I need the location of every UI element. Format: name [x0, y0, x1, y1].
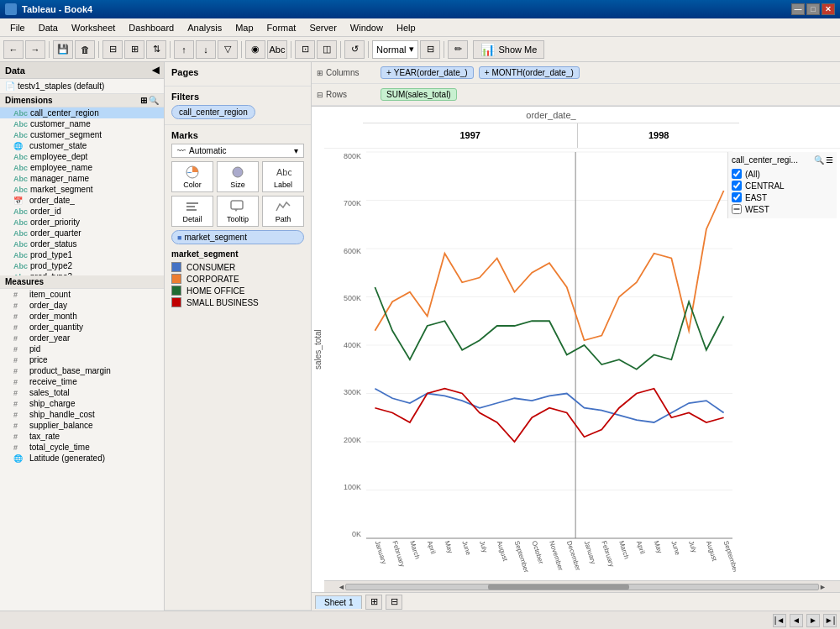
dim-prod-type1[interactable]: Abc prod_type1	[0, 249, 164, 260]
meas-order-day[interactable]: # order_day	[0, 300, 164, 311]
legend-menu-icon[interactable]: ☰	[826, 155, 833, 165]
menu-analysis[interactable]: Analysis	[181, 21, 228, 34]
dim-order-priority[interactable]: Abc order_priority	[0, 217, 164, 228]
delete-button[interactable]: 🗑	[75, 40, 95, 59]
dim-order-status[interactable]: Abc order_status	[0, 238, 164, 249]
swap-button[interactable]: ⇅	[146, 40, 166, 59]
annotate-button[interactable]: ⊡	[295, 40, 315, 59]
legend-west-checkbox[interactable]	[732, 204, 742, 214]
meas-sales-total[interactable]: # sales_total	[0, 387, 164, 398]
dimensions-controls[interactable]: ⊞ 🔍	[140, 96, 159, 105]
menu-format[interactable]: Format	[260, 21, 303, 34]
meas-pid[interactable]: # pid	[0, 343, 164, 354]
meas-product-base-margin[interactable]: # product_base_margin	[0, 365, 164, 376]
dim-order-quarter[interactable]: Abc order_quarter	[0, 228, 164, 238]
data-panel-toggle[interactable]: ◀	[152, 65, 159, 76]
menu-map[interactable]: Map	[228, 21, 260, 34]
legend-east[interactable]: EAST	[732, 191, 833, 203]
marks-label-btn[interactable]: Abc Label	[262, 161, 304, 192]
sort-asc-button[interactable]: ↑	[174, 40, 194, 59]
dim-customer-segment[interactable]: Abc customer_segment	[0, 129, 164, 140]
marks-size-btn[interactable]: Size	[217, 161, 259, 192]
menu-file[interactable]: File	[3, 21, 32, 34]
show-me-button[interactable]: 📊 Show Me	[473, 40, 544, 59]
marks-tooltip-btn[interactable]: Tooltip	[217, 196, 259, 227]
marks-path-btn[interactable]: Path	[262, 196, 304, 227]
fit-dropdown[interactable]: Normal ▾	[372, 40, 418, 59]
dimensions-search-icon[interactable]: 🔍	[149, 96, 159, 105]
dim-customer-name[interactable]: Abc customer_name	[0, 118, 164, 129]
legend-central-checkbox[interactable]	[732, 181, 742, 191]
dim-employee-name[interactable]: Abc employee_name	[0, 162, 164, 173]
columns-pill-year[interactable]: + YEAR(order_date_)	[381, 66, 474, 79]
meas-latitude[interactable]: 🌐 Latitude (generated)	[0, 453, 164, 464]
refresh-button[interactable]: ↺	[344, 40, 365, 59]
nav-next-button[interactable]: ►	[806, 614, 820, 627]
line-chart-canvas[interactable]	[363, 149, 736, 580]
highlight-button[interactable]: ◉	[245, 40, 265, 59]
filter-pill-call-center[interactable]: call_center_region	[171, 105, 255, 119]
legend-controls[interactable]: 🔍 ☰	[814, 155, 833, 165]
close-button[interactable]: ✕	[822, 3, 835, 15]
meas-receive-time[interactable]: # receive_time	[0, 376, 164, 387]
meas-item-count[interactable]: # item_count	[0, 289, 164, 300]
legend-east-checkbox[interactable]	[732, 192, 742, 202]
minimize-button[interactable]: —	[791, 3, 805, 15]
meas-ship-charge[interactable]: # ship_charge	[0, 398, 164, 409]
duplicate-button[interactable]: ⊞	[124, 40, 144, 59]
fit-dropdown-arrow[interactable]: ▾	[409, 44, 414, 55]
dim-order-date[interactable]: 📅 order_date_	[0, 195, 164, 206]
save-button[interactable]: 💾	[53, 40, 73, 59]
marks-color-btn[interactable]: Color	[171, 161, 213, 192]
window-controls[interactable]: — □ ✕	[791, 3, 835, 15]
dim-call-center-region[interactable]: Abc call_center_region	[0, 107, 164, 118]
nav-prev-button[interactable]: ◄	[790, 614, 803, 627]
legend-all-checkbox[interactable]	[732, 169, 742, 179]
columns-pill-month[interactable]: + MONTH(order_date_)	[479, 66, 580, 79]
sort-desc-button[interactable]: ↓	[196, 40, 216, 59]
tooltips-button[interactable]: ◫	[317, 40, 337, 59]
scroll-right-arrow[interactable]: ►	[819, 583, 827, 591]
chart-canvas-container[interactable]: call_center_regi... 🔍 ☰ (All)	[363, 149, 837, 580]
dim-manager-name[interactable]: Abc manager_name	[0, 173, 164, 184]
dim-employee-dept[interactable]: Abc employee_dept	[0, 151, 164, 162]
meas-ship-handle-cost[interactable]: # ship_handle_cost	[0, 409, 164, 420]
scroll-left-arrow[interactable]: ◄	[338, 583, 345, 591]
datasource-row[interactable]: 📄 testv1_staples (default)	[0, 79, 164, 94]
meas-total-cycle-time[interactable]: # total_cycle_time	[0, 442, 164, 453]
legend-all[interactable]: (All)	[732, 168, 833, 180]
menu-dashboard[interactable]: Dashboard	[122, 21, 181, 34]
menu-worksheet[interactable]: Worksheet	[65, 21, 122, 34]
marks-detail-btn[interactable]: Detail	[171, 196, 213, 227]
dim-order-id[interactable]: Abc order_id	[0, 206, 164, 217]
pencil-button[interactable]: ✏	[448, 40, 468, 59]
back-button[interactable]: ←	[3, 40, 24, 59]
chart-scrollbar[interactable]: ◄ ►	[324, 580, 840, 592]
connect-button[interactable]: ⊟	[102, 40, 123, 59]
dim-prod-type2[interactable]: Abc prod_type2	[0, 260, 164, 271]
meas-supplier-balance[interactable]: # supplier_balance	[0, 420, 164, 431]
mark-type-selector[interactable]: 〰 Automatic ▾	[171, 144, 304, 158]
nav-last-button[interactable]: ►|	[823, 614, 837, 627]
menu-help[interactable]: Help	[390, 21, 423, 34]
dimensions-table-icon[interactable]: ⊞	[140, 96, 147, 105]
menu-server[interactable]: Server	[302, 21, 343, 34]
meas-order-year[interactable]: # order_year	[0, 333, 164, 343]
meas-tax-rate[interactable]: # tax_rate	[0, 431, 164, 442]
rows-pill-sales[interactable]: SUM(sales_total)	[381, 88, 457, 101]
mark-type-arrow[interactable]: ▾	[294, 146, 298, 155]
menu-data[interactable]: Data	[32, 21, 65, 34]
scrollbar-thumb[interactable]	[488, 584, 630, 590]
meas-price[interactable]: # price	[0, 354, 164, 365]
legend-west[interactable]: WEST	[732, 203, 833, 215]
dim-market-segment[interactable]: Abc market_segment	[0, 184, 164, 195]
label-button[interactable]: Abc	[267, 40, 287, 59]
meas-order-quantity[interactable]: # order_quantity	[0, 322, 164, 333]
maximize-button[interactable]: □	[806, 3, 820, 15]
dim-customer-state[interactable]: 🌐 customer_state	[0, 140, 164, 151]
market-segment-pill[interactable]: ■ market_segment	[171, 230, 304, 244]
legend-central[interactable]: CENTRAL	[732, 180, 833, 191]
menu-window[interactable]: Window	[344, 21, 390, 34]
scrollbar-track[interactable]	[345, 584, 819, 590]
nav-first-button[interactable]: |◄	[773, 614, 786, 627]
